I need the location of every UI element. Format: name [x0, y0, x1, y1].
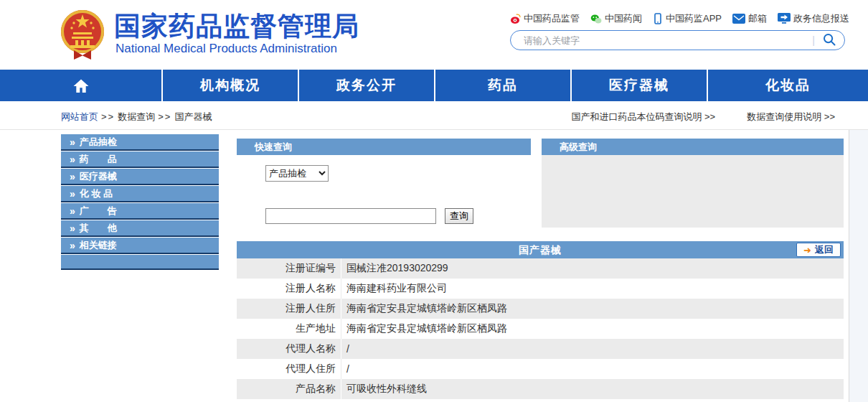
link-label: 中国药监APP	[666, 12, 722, 25]
breadcrumb-home[interactable]: 网站首页	[61, 111, 98, 122]
national-emblem-logo	[60, 6, 105, 62]
sidebar-item-label: 医疗器械	[80, 170, 117, 183]
table-row: 代理人名称 /	[237, 339, 844, 359]
help-links: 国产和进口药品本位码查询说明 >> 数据查询使用说明 >>	[571, 111, 835, 123]
chevron-right-icon: »	[70, 188, 75, 200]
nav-item-drugs[interactable]: 药品	[435, 70, 572, 101]
sidebar-filler	[61, 255, 219, 270]
table-row: 产品名称 可吸收性外科缝线	[237, 379, 844, 399]
sidebar-item-label: 药 品	[80, 153, 117, 166]
main-content: »产品抽检 »药 品 »医疗器械 »化 妆 品 »广 告 »其 他 »相关链接 …	[0, 130, 868, 402]
link-weibo[interactable]: 中国药品监管	[509, 12, 580, 25]
right-gutter	[849, 130, 868, 402]
quick-query-header: 快速查询	[237, 139, 531, 155]
row-label: 代理人住所	[237, 359, 341, 379]
arrow-right-icon: ➜	[803, 245, 811, 256]
sidebar: »产品抽检 »药 品 »医疗器械 »化 妆 品 »广 告 »其 他 »相关链接	[61, 134, 219, 270]
quick-query-panel: 快速查询 产品抽检 查询	[237, 139, 531, 232]
sidebar-item-label: 化 妆 品	[80, 187, 113, 200]
advanced-query-body	[542, 155, 844, 228]
result-rows: 注册证编号 国械注准20193020299 注册人名称 海南建科药业有限公司 注…	[237, 258, 844, 399]
table-row: 注册人名称 海南建科药业有限公司	[237, 279, 844, 299]
breadcrumb-data-query[interactable]: 数据查询	[118, 111, 155, 122]
row-label: 注册证编号	[237, 258, 341, 279]
sidebar-item-cosmetics[interactable]: »化 妆 品	[61, 186, 219, 202]
table-row: 生产地址 海南省定安县定城镇塔岭新区栖凤路	[237, 319, 844, 339]
row-value: 可吸收性外科缝线	[341, 379, 427, 399]
row-label: 代理人名称	[237, 339, 341, 359]
chevron-right-icon: »	[70, 136, 75, 148]
chevron-right-icon: »	[70, 171, 75, 182]
quick-query-input[interactable]	[265, 208, 436, 224]
sidebar-item-label: 产品抽检	[80, 136, 117, 149]
chevron-right-icon: »	[70, 240, 75, 251]
sidebar-item-label: 其 他	[80, 222, 117, 235]
help-link-drug-code[interactable]: 国产和进口药品本位码查询说明 >>	[571, 111, 715, 123]
sidebar-item-label: 相关链接	[80, 239, 117, 252]
nav-item-devices[interactable]: 医疗器械	[572, 70, 708, 101]
table-row: 注册人住所 海南省定安县定城镇塔岭新区栖凤路	[237, 299, 844, 319]
back-button[interactable]: ➜ 返回	[796, 243, 841, 257]
sidebar-item-product-sampling[interactable]: »产品抽检	[61, 134, 219, 151]
table-row: 注册证编号 国械注准20193020299	[237, 258, 844, 279]
sidebar-item-medical-devices[interactable]: »医疗器械	[61, 169, 219, 185]
nav-item-org[interactable]: 机构概况	[163, 70, 299, 101]
search-divider: |	[812, 34, 815, 46]
sidebar-item-drugs[interactable]: »药 品	[61, 151, 219, 168]
result-header-bar: 国产器械 ➜ 返回	[237, 241, 844, 258]
site-subtitle: National Medical Products Administration	[115, 42, 337, 56]
sidebar-item-advertising[interactable]: »广 告	[61, 203, 219, 220]
link-report[interactable]: 政务信息报送	[778, 12, 849, 25]
breadcrumb-current: 国产器械	[174, 111, 212, 122]
breadcrumb: 网站首页>>数据查询>>国产器械	[61, 111, 212, 123]
weibo-icon	[509, 13, 521, 24]
main-nav: 机构概况 政务公开 药品 医疗器械 化妆品	[0, 70, 868, 101]
link-app[interactable]: 中国药监APP	[653, 12, 722, 25]
chevron-right-icon: »	[70, 154, 75, 165]
link-label: 邮箱	[748, 12, 767, 25]
row-value: /	[341, 359, 349, 379]
result-table: 国产器械 ➜ 返回 注册证编号 国械注准20193020299 注册人名称 海南…	[237, 241, 844, 399]
row-label: 生产地址	[237, 319, 341, 339]
quick-query-category-select[interactable]: 产品抽检	[265, 165, 329, 182]
nav-home[interactable]	[0, 70, 163, 101]
mail-icon	[732, 14, 745, 24]
sidebar-item-related-links[interactable]: »相关链接	[61, 238, 219, 254]
search-button[interactable]	[821, 32, 837, 48]
link-wechat[interactable]: 中国药闻	[590, 12, 642, 25]
home-icon	[72, 78, 90, 93]
chevron-right-icon: »	[70, 223, 75, 234]
site-search: |	[510, 30, 845, 50]
back-button-label: 返回	[815, 243, 834, 256]
advanced-query-panel: 高级查询	[542, 139, 844, 228]
quick-query-body: 产品抽检 查询	[237, 155, 531, 232]
table-row: 代理人住所 /	[237, 359, 844, 379]
site-title: 国家药品监督管理局	[114, 9, 359, 45]
sidebar-item-other[interactable]: »其 他	[61, 220, 219, 237]
row-label: 产品名称	[237, 379, 341, 399]
header-quick-links: 中国药品监管 中国药闻 中国药监APP 邮箱	[509, 12, 849, 25]
search-input[interactable]	[524, 35, 812, 46]
row-label: 注册人住所	[237, 299, 341, 319]
link-mail[interactable]: 邮箱	[732, 12, 767, 25]
breadcrumb-row: 网站首页>>数据查询>>国产器械 国产和进口药品本位码查询说明 >> 数据查询使…	[0, 101, 868, 130]
breadcrumb-separator: >>	[101, 111, 115, 122]
row-value: 海南省定安县定城镇塔岭新区栖凤路	[341, 299, 507, 319]
nav-item-gov[interactable]: 政务公开	[299, 70, 435, 101]
link-label: 中国药品监管	[524, 12, 580, 25]
site-header: 国家药品监督管理局 National Medical Products Admi…	[0, 0, 868, 70]
search-icon	[822, 32, 836, 47]
link-label: 中国药闻	[605, 12, 642, 25]
quick-query-search-button[interactable]: 查询	[445, 208, 473, 224]
help-link-query-guide[interactable]: 数据查询使用说明 >>	[747, 111, 835, 123]
row-value: /	[341, 339, 349, 359]
breadcrumb-separator: >>	[158, 111, 171, 122]
result-title: 国产器械	[237, 241, 844, 258]
monitor-icon	[778, 13, 791, 24]
row-value: 海南省定安县定城镇塔岭新区栖凤路	[341, 319, 507, 339]
advanced-query-header: 高级查询	[542, 139, 844, 155]
nav-item-cosmetics[interactable]: 化妆品	[708, 70, 868, 101]
row-label: 注册人名称	[237, 279, 341, 299]
sidebar-item-label: 广 告	[80, 205, 117, 218]
row-value: 海南建科药业有限公司	[341, 279, 447, 299]
